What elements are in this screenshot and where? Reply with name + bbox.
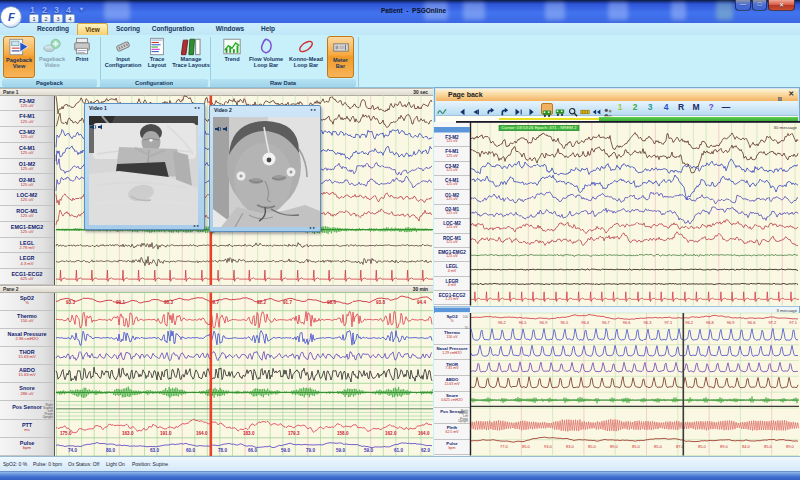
svg-text:93.0: 93.0 xyxy=(544,444,553,449)
svg-text:77.0: 77.0 xyxy=(500,444,509,449)
svg-text:83.0: 83.0 xyxy=(566,444,575,449)
svg-text:89.0: 89.0 xyxy=(786,444,795,449)
svg-text:96.7: 96.7 xyxy=(602,320,611,325)
svg-text:96.9: 96.9 xyxy=(540,320,549,325)
svg-text:3 message: 3 message xyxy=(777,308,798,313)
svg-text:97.2: 97.2 xyxy=(768,320,777,325)
svg-text:85.0: 85.0 xyxy=(522,444,531,449)
svg-text:96.2: 96.2 xyxy=(685,320,694,325)
svg-text:Cursor: 03:53:26 Epoch: 471 -: Cursor: 03:53:26 Epoch: 471 - NREM 2 xyxy=(502,126,577,130)
svg-text:85.0: 85.0 xyxy=(698,444,707,449)
svg-text:85.0: 85.0 xyxy=(654,444,663,449)
svg-text:84.0: 84.0 xyxy=(742,444,751,449)
svg-text:85.0: 85.0 xyxy=(764,444,773,449)
svg-text:89.0: 89.0 xyxy=(610,444,619,449)
svg-text:89.0: 89.0 xyxy=(720,444,729,449)
svg-text:96.6: 96.6 xyxy=(748,320,757,325)
svg-text:97.1: 97.1 xyxy=(789,320,798,325)
svg-text:96.9: 96.9 xyxy=(727,320,736,325)
svg-text:30 message: 30 message xyxy=(774,125,798,130)
svg-text:85.0: 85.0 xyxy=(632,444,641,449)
svg-text:85.0: 85.0 xyxy=(588,444,597,449)
svg-text:96.4: 96.4 xyxy=(581,320,590,325)
svg-text:96.8: 96.8 xyxy=(706,320,715,325)
svg-text:96.5: 96.5 xyxy=(519,320,528,325)
svg-text:96.2: 96.2 xyxy=(498,320,507,325)
svg-text:96.5: 96.5 xyxy=(560,320,569,325)
svg-text:97.1: 97.1 xyxy=(664,320,673,325)
svg-text:96.6: 96.6 xyxy=(623,320,632,325)
svg-text:96.3: 96.3 xyxy=(644,320,653,325)
